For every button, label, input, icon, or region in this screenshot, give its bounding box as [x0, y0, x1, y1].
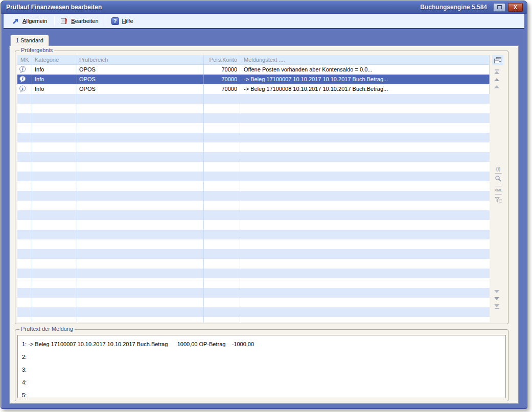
close-icon: X — [514, 5, 517, 10]
column-divider — [32, 65, 32, 322]
pruefergebnis-groupbox: Prüfergebnis MK Kategorie Prüfbereich Pe… — [15, 51, 508, 324]
mk-cell: i — [17, 75, 32, 84]
kategorie-cell: Info — [32, 65, 77, 75]
titlebar: Prüflauf Finanzwesen bearbeiten Buchungs… — [1, 1, 527, 14]
scroll-up-icon — [494, 78, 499, 81]
brackets-info-button[interactable]: (I) — [496, 166, 501, 172]
arrow-up-right-icon — [12, 17, 19, 25]
prueftext-box[interactable]: 1: -> Beleg 17100007 10.10.2017 10.10.20… — [17, 335, 506, 398]
column-header-pers-konto[interactable]: Pers.Konto — [204, 55, 240, 64]
info-icon: i — [19, 76, 27, 83]
prueftext-line-1: 1: -> Beleg 17100007 10.10.2017 10.10.20… — [22, 338, 505, 351]
table-row-selected[interactable]: i Info OPOS 70000 -> Beleg 17100007 10.1… — [17, 75, 490, 84]
table-side-toolbar: (I) XML — [492, 55, 505, 323]
column-divider — [77, 65, 77, 322]
column-header-pruefbereich[interactable]: Prüfbereich — [77, 55, 204, 64]
allgemein-label: Allgemein — [22, 18, 47, 24]
restore-button[interactable] — [493, 3, 505, 12]
scroll-page-down-button[interactable] — [494, 290, 499, 293]
column-chooser-icon — [494, 57, 502, 64]
prueftext-group-label: Prüftext der Meldung — [19, 326, 75, 332]
toolbar-separator — [54, 16, 55, 26]
scroll-to-top-icon — [495, 69, 499, 70]
allgemein-button[interactable]: Allgemein — [8, 15, 53, 27]
meldungstext-cell: -> Beleg 17100008 10.10.2017 10.10.2017 … — [240, 84, 490, 94]
prueftext-line-4: 4: — [22, 376, 505, 389]
kategorie-cell: Info — [32, 75, 77, 84]
scroll-page-up-icon — [494, 85, 499, 88]
pruefbereich-cell: OPOS — [77, 75, 204, 84]
table-row[interactable]: i Info OPOS 70000 Offene Posten vorhande… — [17, 65, 490, 75]
scroll-page-down-icon — [494, 290, 499, 293]
scroll-down-icon — [494, 297, 499, 300]
pruefergebnis-group-label: Prüfergebnis — [19, 47, 54, 53]
restore-icon — [497, 5, 502, 9]
notepad-pen-icon — [60, 17, 68, 25]
column-divider — [203, 65, 204, 322]
kategorie-cell: Info — [32, 84, 77, 94]
pers-konto-cell: 70000 — [204, 75, 240, 84]
scroll-to-bottom-icon — [495, 308, 499, 309]
scroll-down-group — [494, 288, 499, 311]
scroll-up-group — [494, 67, 499, 90]
mk-cell: i — [17, 65, 32, 75]
toolbar-separator — [106, 16, 106, 26]
prueftext-line-5: 5: — [22, 389, 505, 398]
result-table: MK Kategorie Prüfbereich Pers.Konto Meld… — [17, 55, 490, 323]
column-chooser-button[interactable] — [492, 55, 503, 65]
table-row[interactable]: i Info OPOS 70000 -> Beleg 17100008 10.1… — [17, 84, 490, 94]
search-icon — [495, 175, 502, 182]
pruefbereich-cell: OPOS — [77, 65, 204, 75]
prueftext-line-3: 3: — [22, 363, 505, 376]
table-body: i Info OPOS 70000 Offene Posten vorhande… — [17, 65, 490, 322]
tab-page: Prüfergebnis MK Kategorie Prüfbereich Pe… — [9, 45, 519, 404]
scroll-page-up-button[interactable] — [494, 85, 499, 88]
close-button[interactable]: X — [508, 3, 523, 12]
toolbar: Allgemein Bearbeiten ? Hilfe — [4, 14, 524, 29]
meldungstext-cell: Offene Posten vorhanden aber Kontensaldo… — [240, 65, 490, 75]
info-icon: i — [19, 66, 27, 74]
pers-konto-cell: 70000 — [204, 65, 240, 75]
window-title: Prüflauf Finanzwesen bearbeiten — [6, 4, 102, 11]
search-button[interactable] — [495, 175, 502, 184]
prueftext-line-2: 2: — [22, 351, 505, 363]
mk-cell: i — [17, 84, 32, 94]
pruefbereich-cell: OPOS — [77, 84, 204, 94]
scroll-down-button[interactable] — [494, 297, 499, 300]
filter-button[interactable] — [495, 196, 502, 205]
scroll-to-top-button[interactable] — [494, 69, 499, 74]
info-icon: i — [19, 85, 27, 93]
table-header-row: MK Kategorie Prüfbereich Pers.Konto Meld… — [17, 55, 490, 65]
column-divider — [240, 65, 240, 322]
column-header-mk[interactable]: MK — [17, 55, 32, 64]
help-icon: ? — [111, 17, 119, 25]
column-header-meldungstext[interactable]: Meldungstext .... — [240, 55, 490, 64]
hilfe-button[interactable]: ? Hilfe — [107, 15, 140, 27]
tab-standard[interactable]: 1 Standard — [10, 35, 49, 46]
xml-export-button[interactable]: XML — [494, 188, 502, 192]
scroll-up-button[interactable] — [494, 78, 499, 81]
bearbeiten-label: Bearbeiten — [71, 18, 98, 24]
hilfe-label: Hilfe — [122, 18, 133, 24]
pers-konto-cell: 70000 — [204, 84, 240, 94]
app-version-label: Buchungsengine 5.584 — [420, 4, 487, 11]
filter-icon — [495, 197, 502, 203]
bearbeiten-button[interactable]: Bearbeiten — [56, 15, 104, 27]
table-tools-group: (I) XML — [493, 166, 503, 205]
scroll-to-bottom-button[interactable] — [494, 304, 499, 309]
meldungstext-cell: -> Beleg 17100007 10.10.2017 10.10.2017 … — [240, 75, 490, 84]
application-window: Prüflauf Finanzwesen bearbeiten Buchungs… — [1, 1, 527, 409]
column-header-kategorie[interactable]: Kategorie — [32, 55, 77, 64]
prueftext-groupbox: Prüftext der Meldung 1: -> Beleg 1710000… — [15, 329, 508, 401]
